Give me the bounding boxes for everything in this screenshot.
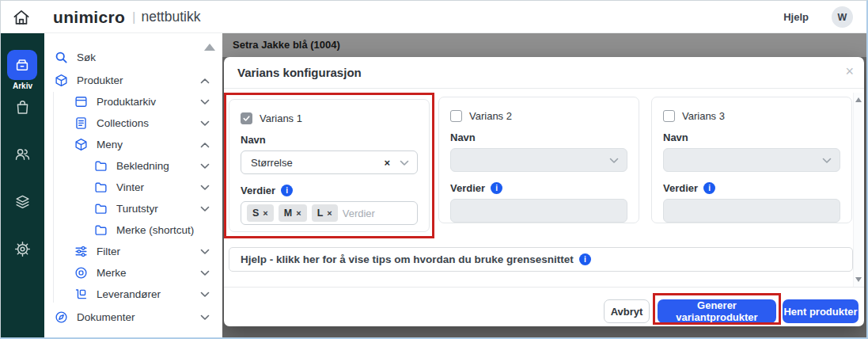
cube-icon	[55, 74, 68, 87]
modal-title: Varians konfigurasjon	[237, 66, 362, 79]
variant-3-label: Varians 3	[682, 110, 725, 122]
sidebar-item-merke-shortcut[interactable]: Merke (shortcut)	[44, 219, 222, 241]
chevron-down-icon	[200, 163, 210, 170]
compass-icon	[55, 310, 68, 324]
values-field-label: Verdier i	[450, 182, 627, 194]
badge-icon	[74, 266, 88, 280]
clear-selection-icon[interactable]: ×	[384, 157, 390, 169]
archive-box-icon	[13, 56, 31, 74]
variant-3-panel: Varians 3 Navn Verdier i	[651, 97, 852, 223]
brand-separator: |	[132, 10, 135, 25]
variant-1-label: Varians 1	[260, 112, 302, 124]
footer-divider	[224, 287, 864, 288]
variant-3-checkbox[interactable]	[663, 110, 675, 122]
values-field-label: Verdier i	[663, 182, 840, 194]
chevron-down-icon	[822, 158, 832, 164]
values-field-label: Verdier i	[241, 185, 418, 196]
sidebar-item-produkter[interactable]: Produkter	[44, 70, 222, 91]
chevron-down-icon	[200, 120, 210, 127]
brand-name: unimicro	[53, 8, 125, 27]
folder-icon	[94, 159, 108, 173]
variant-1-name-select[interactable]: Størrelse ×	[241, 150, 418, 174]
chevron-down-icon	[200, 270, 210, 276]
page-title: Setra Jakke blå (1004)	[233, 33, 340, 57]
check-icon	[242, 114, 251, 123]
close-icon[interactable]: ×	[845, 63, 854, 81]
sidebar-item-sok[interactable]: Søk	[44, 47, 222, 68]
name-field-label: Navn	[663, 131, 840, 143]
variant-2-values-input	[450, 199, 627, 223]
users-icon[interactable]	[13, 145, 32, 163]
name-field-label: Navn	[450, 131, 627, 143]
sidebar-item-dokumenter[interactable]: Dokumenter	[44, 307, 222, 328]
info-icon[interactable]: i	[281, 185, 293, 196]
home-icon[interactable]	[12, 8, 31, 27]
sidebar-item-leverandorer[interactable]: Leverandører	[44, 284, 222, 305]
variant-1-panel: Varians 1 Navn Størrelse × Verdier i S× …	[229, 99, 430, 232]
fetch-products-button[interactable]: Hent produkter	[783, 299, 859, 323]
value-chip: S×	[247, 204, 274, 222]
help-link[interactable]: Hjelp	[783, 1, 809, 33]
variant-1-checkbox[interactable]	[241, 112, 252, 124]
modal-scrollbar[interactable]	[853, 93, 862, 287]
chip-remove-icon[interactable]: ×	[263, 208, 267, 218]
sidebar-item-produktarkiv[interactable]: Produktarkiv	[44, 91, 222, 112]
sidebar-item-collections[interactable]: Collections	[44, 112, 222, 134]
top-bar: unimicro | nettbutikk Hjelp W	[1, 1, 866, 33]
generate-variants-button[interactable]: Generer variantprodukter	[658, 299, 776, 323]
rail-item-arkiv[interactable]	[7, 50, 37, 80]
app-window: unimicro | nettbutikk Hjelp W Arkiv Søk …	[0, 0, 868, 339]
chevron-down-icon	[200, 99, 210, 105]
sidebar-item-turutstyr[interactable]: Turutstyr	[44, 198, 222, 219]
search-icon	[55, 51, 68, 64]
chip-remove-icon[interactable]: ×	[327, 208, 332, 218]
variant-2-name-select	[450, 148, 627, 172]
chevron-down-icon	[200, 185, 210, 191]
sidebar-item-merke[interactable]: Merke	[44, 262, 222, 284]
modal-header: Varians konfigurasjon ×	[224, 57, 864, 89]
name-field-label: Navn	[241, 134, 418, 146]
variant-1-values-input[interactable]: S× M× L×	[241, 201, 418, 225]
filter-sliders-icon	[74, 245, 88, 258]
gear-icon[interactable]	[13, 240, 32, 258]
layers-icon[interactable]	[13, 192, 32, 211]
avatar[interactable]: W	[832, 6, 853, 28]
chevron-down-icon	[200, 314, 210, 321]
chevron-down-icon	[200, 291, 210, 298]
sidebar-item-bekledning[interactable]: Bekledning	[44, 155, 222, 177]
icon-rail: Arkiv	[1, 33, 44, 339]
rail-item-arkiv-label: Arkiv	[1, 82, 44, 90]
sidebar-item-vinter[interactable]: Vinter	[44, 177, 222, 198]
supplier-icon	[74, 288, 88, 301]
variant-3-values-input	[663, 199, 840, 223]
info-icon: i	[579, 253, 591, 265]
value-chip: M×	[279, 204, 307, 222]
variant-3-name-select	[663, 148, 840, 172]
clipboard-list-icon	[74, 116, 88, 130]
chevron-up-icon	[200, 78, 210, 84]
values-text-input[interactable]	[343, 208, 411, 219]
cancel-button[interactable]: Avbryt	[604, 299, 650, 323]
sidebar-item-partial[interactable]	[44, 333, 222, 339]
sidebar-item-filter[interactable]: Filter	[44, 241, 222, 262]
selected-value: Størrelse	[251, 157, 293, 169]
value-chip: L×	[312, 204, 338, 222]
chevron-up-icon	[200, 142, 210, 148]
shopping-bag-icon[interactable]	[13, 98, 32, 116]
page-title-band: Setra Jakke blå (1004)	[222, 33, 866, 57]
scroll-down-arrow[interactable]	[855, 277, 862, 282]
help-tips-row[interactable]: Hjelp - klikk her for å vise tips om hvo…	[229, 247, 853, 272]
variant-2-checkbox[interactable]	[450, 110, 462, 122]
product-archive-icon	[74, 95, 88, 109]
info-icon[interactable]: i	[703, 182, 715, 194]
chevron-down-icon	[609, 158, 619, 164]
chevron-down-icon	[200, 249, 210, 255]
info-icon[interactable]: i	[491, 182, 502, 194]
chip-remove-icon[interactable]: ×	[296, 208, 301, 218]
brand-logo: unimicro | nettbutikk	[53, 1, 200, 33]
folder-icon	[94, 181, 108, 194]
sidebar: Søk Produkter Produktarkiv Collections M…	[44, 33, 222, 339]
chevron-down-icon	[400, 160, 409, 166]
sidebar-item-meny[interactable]: Meny	[44, 134, 222, 155]
scroll-up-arrow[interactable]	[855, 97, 862, 102]
